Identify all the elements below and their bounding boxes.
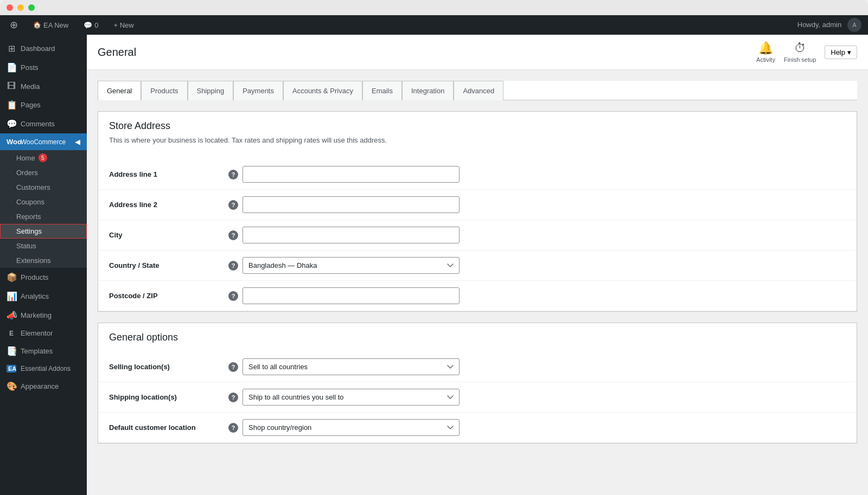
city-field-row: ? [228, 227, 846, 243]
tab-advanced[interactable]: Advanced [454, 81, 503, 100]
default-customer-label: Default customer location [109, 423, 196, 432]
sidebar-item-elementor[interactable]: E Elementor [0, 325, 87, 342]
chevron-down-icon: ▾ [847, 48, 851, 56]
sidebar-item-dashboard[interactable]: ⊞ Dashboard [0, 39, 87, 58]
postcode-input[interactable] [242, 287, 459, 304]
postcode-label: Postcode / ZIP [109, 292, 158, 300]
tab-accounts-privacy[interactable]: Accounts & Privacy [283, 81, 362, 100]
city-input[interactable] [242, 227, 459, 243]
sidebar: ⊞ Dashboard 📄 Posts 🎞 Media 📋 Pages 💬 Co… [0, 35, 87, 495]
help-button[interactable]: Help ▾ [825, 46, 857, 59]
sidebar-sub-orders[interactable]: Orders [0, 165, 87, 180]
default-customer-help-icon[interactable]: ? [228, 423, 238, 433]
country-select[interactable]: Bangladesh — Dhaka [242, 257, 459, 274]
sidebar-item-marketing[interactable]: 📣 Marketing [0, 306, 87, 325]
page-title: General [98, 46, 136, 59]
country-row: Country / State ? Bangladesh — Dhaka [98, 250, 857, 281]
sidebar-sub-status[interactable]: Status [0, 239, 87, 253]
finish-setup-button[interactable]: ⏱ Finish setup [784, 41, 816, 63]
address1-field-row: ? [228, 166, 846, 183]
sidebar-item-analytics[interactable]: 📊 Analytics [0, 287, 87, 306]
address2-input[interactable] [242, 196, 459, 213]
store-address-header: Store Address This is where your busines… [98, 112, 857, 159]
selling-location-help-icon[interactable]: ? [228, 362, 238, 372]
sidebar-sub-coupons[interactable]: Coupons [0, 195, 87, 209]
default-customer-row: Default customer location ? Shop country… [98, 413, 857, 443]
address2-help-icon[interactable]: ? [228, 200, 238, 210]
shipping-location-select[interactable]: Ship to all countries you sell to [242, 389, 459, 406]
sidebar-sub-reports[interactable]: Reports [0, 209, 87, 224]
shipping-location-field-row: ? Ship to all countries you sell to [228, 389, 846, 406]
title-bar [0, 0, 868, 15]
pages-icon: 📋 [7, 100, 16, 110]
new-content[interactable]: + New [110, 15, 137, 35]
country-help-icon[interactable]: ? [228, 261, 238, 271]
templates-icon: 📑 [7, 346, 16, 356]
wp-logo[interactable]: ⊕ [7, 15, 21, 35]
essential-addons-icon: EA [7, 365, 16, 372]
tab-integration[interactable]: Integration [402, 81, 454, 100]
sidebar-item-comments[interactable]: 💬 Comments [0, 114, 87, 133]
comments-link[interactable]: 💬 0 [80, 15, 101, 35]
shipping-location-help-icon[interactable]: ? [228, 393, 238, 402]
tab-payments[interactable]: Payments [233, 81, 283, 100]
woocommerce-icon: Woo [7, 138, 16, 146]
address1-row: Address line 1 ? [98, 159, 857, 190]
sidebar-sub-settings[interactable]: Settings [0, 224, 87, 239]
sidebar-item-media[interactable]: 🎞 Media [0, 77, 87, 95]
activity-button[interactable]: 🔔 Activity [756, 41, 775, 63]
comments-icon: 💬 [7, 119, 16, 129]
tab-general[interactable]: General [98, 81, 141, 100]
page-header: General 🔔 Activity ⏱ Finish setup Help ▾ [87, 35, 868, 70]
country-label: Country / State [109, 261, 159, 269]
sidebar-item-posts[interactable]: 📄 Posts [0, 58, 87, 77]
address1-help-icon[interactable]: ? [228, 170, 238, 179]
sidebar-item-pages[interactable]: 📋 Pages [0, 95, 87, 114]
shipping-location-label: Shipping location(s) [109, 393, 177, 401]
postcode-help-icon[interactable]: ? [228, 291, 238, 301]
sidebar-item-templates[interactable]: 📑 Templates [0, 342, 87, 361]
address2-field-row: ? [228, 196, 846, 213]
address1-input[interactable] [242, 166, 459, 183]
wp-layout: ⊞ Dashboard 📄 Posts 🎞 Media 📋 Pages 💬 Co… [0, 35, 868, 495]
admin-bar: ⊕ 🏠 EA New 💬 0 + New Howdy, admin A [0, 15, 868, 35]
page-header-actions: 🔔 Activity ⏱ Finish setup Help ▾ [756, 41, 857, 63]
main-content: General 🔔 Activity ⏱ Finish setup Help ▾ [87, 35, 868, 495]
traffic-light-red[interactable] [7, 4, 13, 11]
traffic-light-yellow[interactable] [17, 4, 24, 11]
tab-products[interactable]: Products [141, 81, 187, 100]
city-row: City ? [98, 220, 857, 250]
sidebar-item-essential-addons[interactable]: EA Essential Addons [0, 361, 87, 377]
settings-content: General Products Shipping Payments Accou… [87, 70, 868, 454]
tab-emails[interactable]: Emails [362, 81, 402, 100]
tab-shipping[interactable]: Shipping [188, 81, 234, 100]
media-icon: 🎞 [7, 81, 16, 91]
general-options-section: General options Selling location(s) ? Se… [98, 323, 857, 443]
site-name[interactable]: 🏠 EA New [30, 15, 72, 35]
finish-setup-icon: ⏱ [794, 41, 806, 55]
howdy-admin: Howdy, admin A [797, 18, 861, 32]
sidebar-sub-extensions[interactable]: Extensions [0, 253, 87, 268]
home-badge: 5 [39, 153, 47, 162]
woo-submenu: Home 5 Orders Customers Coupons Reports … [0, 150, 87, 268]
selling-location-select[interactable]: Sell to all countries [242, 358, 459, 375]
sidebar-item-appearance[interactable]: 🎨 Appearance [0, 377, 87, 396]
appearance-icon: 🎨 [7, 381, 16, 391]
sidebar-item-products[interactable]: 📦 Products [0, 268, 87, 287]
selling-location-label: Selling location(s) [109, 363, 170, 371]
store-address-section: Store Address This is where your busines… [98, 111, 857, 312]
settings-tabs: General Products Shipping Payments Accou… [98, 81, 857, 100]
default-customer-field-row: ? Shop country/region [228, 419, 846, 436]
store-address-heading: Store Address [109, 120, 846, 132]
sidebar-sub-home[interactable]: Home 5 [0, 150, 87, 165]
city-label: City [109, 231, 123, 239]
city-help-icon[interactable]: ? [228, 230, 238, 240]
posts-icon: 📄 [7, 62, 16, 73]
country-field-row: ? Bangladesh — Dhaka [228, 257, 846, 274]
default-customer-select[interactable]: Shop country/region [242, 419, 459, 436]
marketing-icon: 📣 [7, 310, 16, 320]
sidebar-item-woocommerce[interactable]: Woo WooCommerce ◀ [0, 133, 87, 150]
traffic-light-green[interactable] [28, 4, 35, 11]
store-address-desc: This is where your business is located. … [109, 136, 846, 144]
sidebar-sub-customers[interactable]: Customers [0, 180, 87, 195]
